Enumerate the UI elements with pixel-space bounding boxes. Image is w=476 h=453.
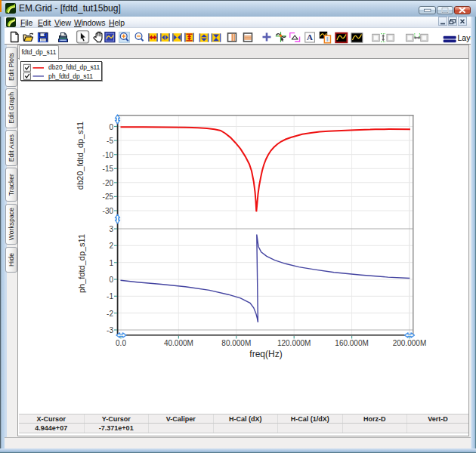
svg-text:A: A: [307, 32, 313, 42]
